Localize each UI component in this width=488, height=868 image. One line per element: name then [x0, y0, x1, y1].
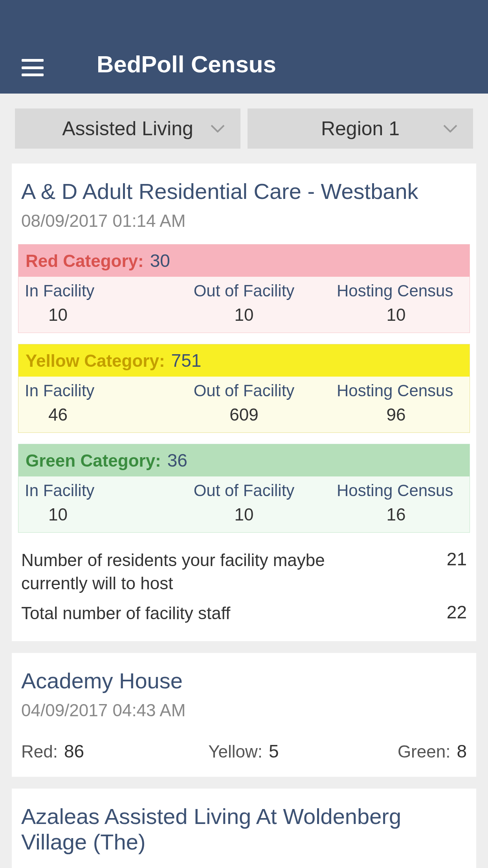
red-category-columns: In Facility 10 Out of Facility 10 Hostin… [18, 277, 470, 333]
in-facility-label: In Facility [25, 481, 171, 500]
facility-card[interactable]: Academy House 04/09/2017 04:43 AM Red: 8… [12, 653, 476, 777]
yellow-in-facility-value: 46 [25, 405, 171, 425]
willing-to-host-value: 21 [439, 548, 467, 570]
facility-timestamp: 08/09/2017 01:14 AM [18, 211, 470, 244]
yellow-category-block: Yellow Category: 751 In Facility 46 Out … [18, 344, 470, 433]
filter-type-dropdown[interactable]: Assisted Living [15, 108, 240, 149]
willing-to-host-row: Number of residents your facility maybe … [18, 544, 470, 597]
facility-name: Academy House [18, 668, 470, 701]
menu-icon[interactable] [22, 59, 44, 76]
app-header: BedPoll Census [0, 0, 488, 94]
green-hosting-census-value: 16 [317, 505, 463, 524]
yellow-category-header: Yellow Category: 751 [18, 344, 470, 377]
out-of-facility-label: Out of Facility [171, 381, 317, 400]
filter-region-label: Region 1 [321, 117, 400, 140]
green-category-block: Green Category: 36 In Facility 10 Out of… [18, 444, 470, 533]
green-in-facility-value: 10 [25, 505, 171, 524]
chevron-down-icon [211, 125, 225, 132]
green-summary-value: 8 [457, 741, 467, 762]
green-category-columns: In Facility 10 Out of Facility 10 Hostin… [18, 476, 470, 532]
green-category-header: Green Category: 36 [18, 444, 470, 476]
page-title: BedPoll Census [97, 51, 276, 78]
facility-card[interactable]: A & D Adult Residential Care - Westbank … [12, 164, 476, 641]
red-summary-label: Red: [21, 742, 58, 761]
facility-name: A & D Adult Residential Care - Westbank [18, 178, 470, 211]
yellow-category-label: Yellow Category: [26, 351, 165, 371]
in-facility-label: In Facility [25, 281, 171, 300]
filter-type-label: Assisted Living [62, 117, 193, 140]
hosting-census-label: Hosting Census [317, 281, 463, 300]
red-in-facility-value: 10 [25, 305, 171, 325]
facility-name: Azaleas Assisted Living At Woldenberg Vi… [18, 804, 470, 862]
willing-to-host-label: Number of residents your facility maybe … [21, 548, 391, 595]
out-of-facility-label: Out of Facility [171, 281, 317, 300]
in-facility-label: In Facility [25, 381, 171, 400]
hosting-census-label: Hosting Census [317, 381, 463, 400]
red-hosting-census-value: 10 [317, 305, 463, 325]
yellow-summary-value: 5 [269, 741, 279, 762]
total-staff-value: 22 [439, 601, 467, 623]
red-out-of-facility-value: 10 [171, 305, 317, 325]
hosting-census-label: Hosting Census [317, 481, 463, 500]
total-staff-row: Total number of facility staff 22 [18, 597, 470, 626]
yellow-hosting-census-value: 96 [317, 405, 463, 425]
yellow-summary-label: Yellow: [208, 742, 262, 761]
yellow-category-columns: In Facility 46 Out of Facility 609 Hosti… [18, 377, 470, 432]
filters-row: Assisted Living Region 1 [0, 94, 488, 164]
red-category-block: Red Category: 30 In Facility 10 Out of F… [18, 244, 470, 333]
facility-timestamp: 04/09/2017 04:43 AM [18, 701, 470, 734]
out-of-facility-label: Out of Facility [171, 481, 317, 500]
green-category-total: 36 [167, 450, 187, 471]
green-category-label: Green Category: [26, 451, 161, 471]
facility-card[interactable]: Azaleas Assisted Living At Woldenberg Vi… [12, 789, 476, 868]
facility-summary-row: Red: 86 Yellow: 5 Green: 8 [18, 734, 470, 762]
yellow-category-total: 751 [171, 350, 202, 371]
green-out-of-facility-value: 10 [171, 505, 317, 524]
red-category-label: Red Category: [26, 251, 144, 271]
green-summary-label: Green: [398, 742, 451, 761]
total-staff-label: Total number of facility staff [21, 601, 391, 625]
red-summary-value: 86 [64, 741, 84, 762]
red-category-header: Red Category: 30 [18, 245, 470, 277]
chevron-down-icon [443, 125, 457, 132]
filter-region-dropdown[interactable]: Region 1 [248, 108, 473, 149]
red-category-total: 30 [150, 250, 170, 271]
yellow-out-of-facility-value: 609 [171, 405, 317, 425]
